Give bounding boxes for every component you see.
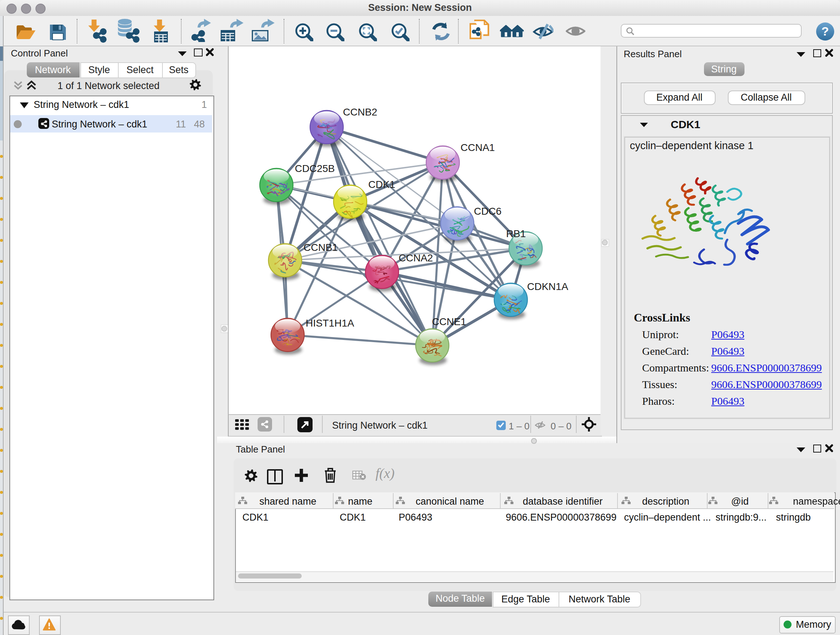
svg-text:RB1: RB1: [506, 228, 526, 239]
svg-text:CCNB1: CCNB1: [303, 241, 338, 253]
svg-text:CDC25B: CDC25B: [295, 163, 335, 174]
svg-text:CDC6: CDC6: [474, 205, 501, 217]
svg-text:CCNA1: CCNA1: [461, 141, 495, 153]
svg-text:CDK1: CDK1: [368, 179, 395, 190]
svg-text:CCNE1: CCNE1: [432, 316, 466, 327]
svg-text:CDKN1A: CDKN1A: [527, 280, 568, 292]
svg-text:CCNA2: CCNA2: [399, 252, 433, 263]
svg-text:HIST1H1A: HIST1H1A: [306, 317, 354, 328]
svg-text:CCNB2: CCNB2: [343, 106, 377, 117]
